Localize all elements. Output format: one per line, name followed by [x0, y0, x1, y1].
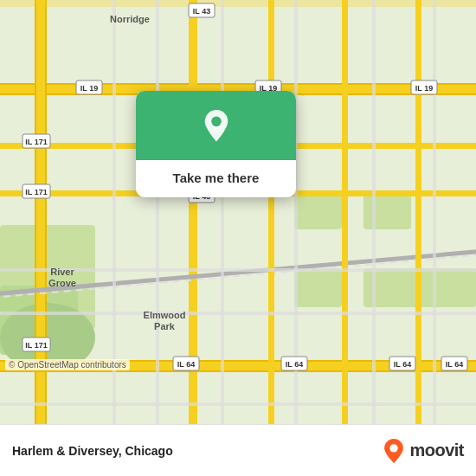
- svg-rect-37: [433, 0, 436, 424]
- svg-text:IL 19: IL 19: [415, 84, 433, 93]
- svg-rect-25: [342, 0, 348, 424]
- svg-text:IL 64: IL 64: [446, 360, 463, 369]
- bottom-bar: Harlem & Diversey, Chicago moovit: [0, 424, 476, 476]
- map-attribution: © OpenStreetMap contributors: [5, 359, 130, 370]
- svg-rect-36: [372, 0, 376, 424]
- svg-rect-33: [156, 0, 159, 424]
- svg-rect-31: [0, 402, 476, 406]
- svg-rect-6: [294, 268, 342, 307]
- svg-text:IL 171: IL 171: [25, 341, 47, 350]
- svg-text:IL 19: IL 19: [80, 84, 98, 93]
- svg-rect-10: [0, 83, 476, 85]
- location-name: Harlem & Diversey, Chicago: [12, 444, 173, 458]
- svg-rect-26: [415, 0, 421, 424]
- svg-text:Elmwood: Elmwood: [144, 310, 186, 320]
- bottom-location: Harlem & Diversey, Chicago: [12, 444, 173, 458]
- svg-rect-18: [0, 0, 476, 7]
- take-me-there-button[interactable]: Take me there: [158, 160, 275, 197]
- map-container: IL 43 IL 19 IL 19 IL 19 IL 171 IL 171 IL…: [0, 0, 476, 424]
- popup-green-area: [136, 91, 296, 160]
- svg-point-69: [211, 117, 222, 127]
- svg-text:IL 64: IL 64: [286, 360, 303, 369]
- svg-text:River: River: [50, 267, 74, 277]
- svg-text:Grove: Grove: [48, 278, 76, 288]
- svg-text:IL 64: IL 64: [394, 360, 411, 369]
- moovit-logo: moovit: [382, 439, 464, 463]
- svg-text:IL 171: IL 171: [25, 188, 47, 196]
- svg-rect-24: [268, 0, 274, 424]
- location-pin-icon: [199, 110, 234, 145]
- svg-text:IL 43: IL 43: [193, 7, 210, 16]
- popup-card[interactable]: Take me there: [136, 91, 296, 197]
- svg-point-70: [390, 444, 398, 452]
- moovit-pin-icon: [382, 439, 406, 463]
- svg-rect-34: [221, 0, 224, 424]
- svg-text:Park: Park: [154, 321, 176, 331]
- svg-text:Norridge: Norridge: [110, 14, 150, 24]
- moovit-brand-text: moovit: [409, 441, 464, 460]
- svg-rect-17: [189, 190, 197, 424]
- svg-text:IL 171: IL 171: [25, 138, 47, 146]
- svg-rect-30: [0, 312, 476, 315]
- svg-rect-8: [398, 268, 476, 307]
- svg-text:IL 64: IL 64: [177, 360, 195, 369]
